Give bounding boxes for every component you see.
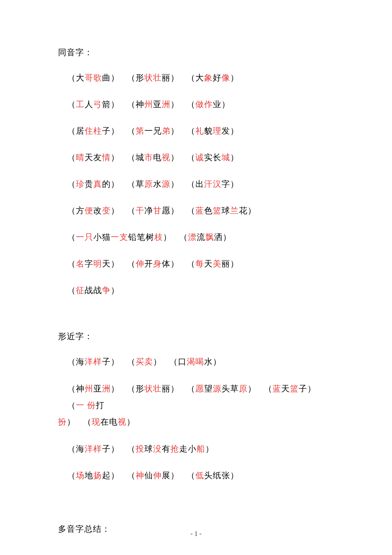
highlighted-text: 征	[76, 286, 85, 295]
plain-text: 体）	[162, 259, 179, 268]
highlighted-text: 源	[162, 179, 170, 188]
plain-text: 起）	[102, 471, 119, 480]
plain-text: 在电	[100, 417, 118, 426]
plain-text: ）	[127, 417, 135, 426]
row-indent: （海洋样子）（投球没有抢走小船）	[58, 441, 334, 457]
plain-text: （	[83, 417, 92, 426]
highlighted-text: 源	[213, 384, 222, 393]
highlighted-text: 每	[195, 259, 204, 268]
highlighted-text: 场	[76, 471, 85, 480]
plain-text: （	[187, 384, 195, 393]
plain-text: （	[67, 286, 76, 295]
page-number: - 1 -	[0, 530, 392, 538]
word-group: （形状壮丽）	[127, 384, 179, 393]
plain-text: 色	[204, 206, 213, 215]
plain-text: （大	[187, 73, 204, 82]
plain-text: （	[127, 126, 136, 135]
plain-text: 净	[144, 206, 153, 215]
plain-text: ）	[111, 384, 119, 393]
word-group: （形状壮丽）	[127, 73, 179, 82]
highlighted-text: 愿	[195, 384, 204, 393]
plain-text: 人	[85, 100, 93, 109]
word-group: （一只小猫一支铅笔树枝）	[67, 232, 172, 242]
highlighted-text: 一支	[111, 232, 128, 242]
plain-text: （	[187, 206, 195, 215]
plain-text: （	[187, 153, 195, 162]
plain-text: 业）	[213, 100, 230, 109]
highlighted-text: 买卖	[136, 357, 153, 366]
plain-text: 丽）	[162, 384, 179, 393]
highlighted-text: 一 份	[76, 401, 96, 410]
plain-text: ）	[67, 417, 75, 426]
content-row: （海洋样子）（投球没有抢走小船）	[58, 441, 334, 457]
plain-text: （口	[169, 357, 187, 366]
plain-text: 展）	[162, 471, 179, 480]
plain-text: 开	[144, 259, 153, 268]
row-indent: （一只小猫一支铅笔树枝）（漂流飘洒）	[58, 229, 334, 245]
highlighted-text: 伸	[153, 471, 162, 480]
highlighted-text: 便	[85, 206, 93, 215]
plain-text: ）	[170, 153, 179, 162]
word-group: （征战战争）	[67, 286, 119, 295]
highlighted-text: 蓝	[273, 384, 281, 393]
highlighted-text: 干	[136, 206, 144, 215]
content-row: （海洋样子）（买卖）（口渴喝水）	[58, 354, 334, 369]
word-group: （城市电视）	[127, 153, 179, 162]
plain-text: （城	[127, 153, 144, 162]
word-group: （名字明天）	[67, 259, 119, 268]
word-group: 扮）	[58, 417, 75, 426]
plain-text: 电	[153, 153, 162, 162]
row-indent: （晴天友情）（城市电视）（诚实长城）	[58, 149, 334, 165]
highlighted-text: 伸	[136, 259, 144, 268]
plain-text: （神	[127, 100, 144, 109]
word-group: （每天美丽）	[187, 259, 239, 268]
highlighted-text: 争	[102, 286, 111, 295]
highlighted-text: 篮	[213, 206, 222, 215]
word-group: （大哥歌曲）	[67, 73, 119, 82]
word-group: （方便改变）	[67, 206, 119, 215]
plain-text: ）	[248, 384, 256, 393]
highlighted-text: 神	[136, 471, 144, 480]
highlighted-text: 像	[222, 73, 230, 82]
plain-text: （	[179, 232, 188, 242]
highlighted-text: 象	[204, 73, 213, 82]
wrapping-paragraph: （神州亚洲）（形状壮丽）（愿望源头草原）（蓝天篮子）（一 份打扮）（现在电视）	[58, 380, 334, 430]
section-similar-title: 形近字：	[58, 330, 334, 343]
word-group: （买卖）	[127, 357, 162, 366]
plain-text: （	[127, 206, 136, 215]
plain-text: 的）	[102, 179, 119, 188]
plain-text: （	[67, 232, 76, 242]
content-row: （征战战争）	[58, 282, 334, 298]
highlighted-text: 枝	[154, 232, 163, 242]
word-group: （草原水源）	[127, 179, 179, 188]
content-row: （工人弓箭）（神州亚洲）（做作业）	[58, 96, 334, 112]
highlighted-text: 甘	[153, 206, 162, 215]
plain-text: 子）	[102, 357, 119, 366]
plain-text: 天	[281, 384, 290, 393]
plain-text: （	[67, 471, 76, 480]
highlighted-text: 漂	[188, 232, 197, 242]
plain-text: 曲）	[102, 73, 119, 82]
plain-text: （	[127, 357, 136, 366]
plain-text: ）	[205, 444, 214, 453]
plain-text: 一兄	[144, 126, 162, 135]
highlighted-text: 原	[239, 384, 248, 393]
word-group: （工人弓箭）	[67, 100, 119, 109]
highlighted-text: 渴喝	[187, 357, 204, 366]
word-group: （蓝色篮球兰花）	[187, 206, 256, 215]
word-group: （大象好像）	[187, 73, 239, 82]
plain-text: 实长	[204, 153, 222, 162]
plain-text: 丽）	[162, 73, 179, 82]
highlighted-text: 船	[197, 444, 205, 453]
plain-text: （	[127, 444, 136, 453]
highlighted-text: 一只	[76, 232, 93, 242]
plain-text: ）	[170, 179, 179, 188]
row-indent: （工人弓箭）（神州亚洲）（做作业）	[58, 96, 334, 112]
section-gap	[58, 494, 334, 515]
plain-text: 好	[213, 73, 222, 82]
plain-text: （	[187, 259, 195, 268]
highlighted-text: 抢	[170, 444, 179, 453]
highlighted-text: 礼	[195, 126, 204, 135]
content-row: （晴天友情）（城市电视）（诚实长城）	[58, 149, 334, 165]
highlighted-text: 低	[195, 471, 204, 480]
